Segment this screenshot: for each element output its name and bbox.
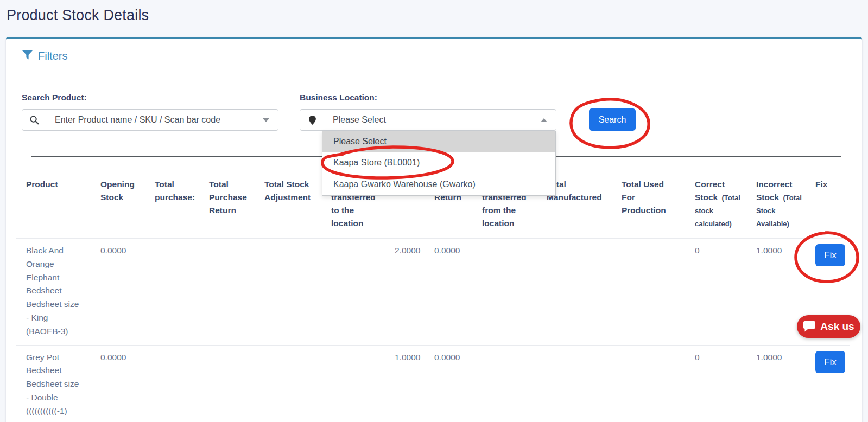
cell-sold: 1.0000 <box>395 345 434 422</box>
cell-product: Grey Pot Bedsheet Bedsheet size - Double… <box>16 345 100 422</box>
ask-us-label: Ask us <box>820 321 854 333</box>
product-search-input[interactable]: Enter Product name / SKU / Scan bar code <box>22 109 278 131</box>
col-total-purchase-return: Total Purchase Return <box>209 172 264 239</box>
business-location-label: Business Location: <box>300 93 377 103</box>
cell-transferred-from-location <box>482 345 547 422</box>
search-icon <box>22 110 47 130</box>
filter-icon <box>22 50 33 62</box>
col-fix: Fix <box>815 172 850 239</box>
business-location-selected-value[interactable]: Please Select <box>325 110 541 130</box>
product-search-placeholder[interactable]: Enter Product name / SKU / Scan bar code <box>47 110 263 130</box>
chat-bubble-icon <box>803 321 816 333</box>
row-0-fix-button[interactable]: Fix <box>815 244 845 266</box>
cell-total-used-for-production <box>622 239 695 346</box>
search-product-label: Search Product: <box>22 93 87 103</box>
cell-total-purchase <box>155 345 209 422</box>
cell-total-purchase <box>155 239 209 346</box>
col-total-purchase: Total purchase: <box>155 172 209 239</box>
cell-total-used-for-production <box>622 345 695 422</box>
col-correct-stock: Correct Stock (Total stock calculated) <box>695 172 756 239</box>
product-stock-table: Product Opening Stock Total purchase: To… <box>16 172 851 422</box>
col-total-manufactured: Total Manufactured <box>547 172 622 239</box>
cell-total-purchase-return <box>209 239 264 346</box>
filters-title: Filters <box>38 50 67 62</box>
cell-correct-stock: 0 <box>695 345 756 422</box>
location-pin-icon <box>300 110 325 130</box>
cell-product: Black And Orange Elephant Bedsheet Bedsh… <box>16 239 100 346</box>
chevron-up-icon <box>541 118 547 122</box>
cell-incorrect-stock: 1.0000 <box>756 345 815 422</box>
col-opening-stock: Opening Stock <box>100 172 155 239</box>
cell-total-stock-adjustment <box>264 345 331 422</box>
filters-header: Filters <box>22 50 67 62</box>
cell-sold: 2.0000 <box>395 239 434 346</box>
business-location-option-kaapa-gwarko-warehouse[interactable]: Kaapa Gwarko Warehouse (Gwarko) <box>322 174 555 195</box>
col-incorrect-stock: Incorrect Stock (Total Stock Available) <box>756 172 815 239</box>
business-location-option-kaapa-store[interactable]: Kaapa Store (BL0001) <box>322 152 555 174</box>
cell-total-manufactured <box>547 239 622 346</box>
col-product: Product <box>16 172 100 239</box>
cell-transferred-to-location <box>331 239 395 346</box>
search-button[interactable]: Search <box>589 108 636 131</box>
cell-fix: Fix <box>815 345 850 422</box>
cell-correct-stock: 0 <box>695 239 756 346</box>
business-location-select[interactable]: Please Select <box>300 109 556 131</box>
cell-opening-stock: 0.0000 <box>100 239 155 346</box>
cell-sell-return: 0.0000 <box>434 239 482 346</box>
cell-total-stock-adjustment <box>264 239 331 346</box>
page-title: Product Stock Details <box>7 7 149 24</box>
col-total-stock-adjustment: Total Stock Adjustment <box>264 172 331 239</box>
cell-transferred-from-location <box>482 239 547 346</box>
chevron-down-icon <box>263 118 269 122</box>
col-total-used-for-production: Total Used For Production <box>622 172 695 239</box>
cell-transferred-to-location <box>331 345 395 422</box>
ask-us-chat-button[interactable]: Ask us <box>797 315 860 338</box>
table-row: Black And Orange Elephant Bedsheet Bedsh… <box>16 239 850 346</box>
cell-total-manufactured <box>547 345 622 422</box>
table-row: Grey Pot Bedsheet Bedsheet size - Double… <box>16 345 850 422</box>
business-location-option-please-select[interactable]: Please Select <box>322 131 555 152</box>
row-1-fix-button[interactable]: Fix <box>815 351 845 373</box>
cell-opening-stock: 0.0000 <box>100 345 155 422</box>
cell-sell-return: 0.0000 <box>434 345 482 422</box>
cell-total-purchase-return <box>209 345 264 422</box>
business-location-dropdown: Please Select Kaapa Store (BL0001) Kaapa… <box>322 131 556 196</box>
